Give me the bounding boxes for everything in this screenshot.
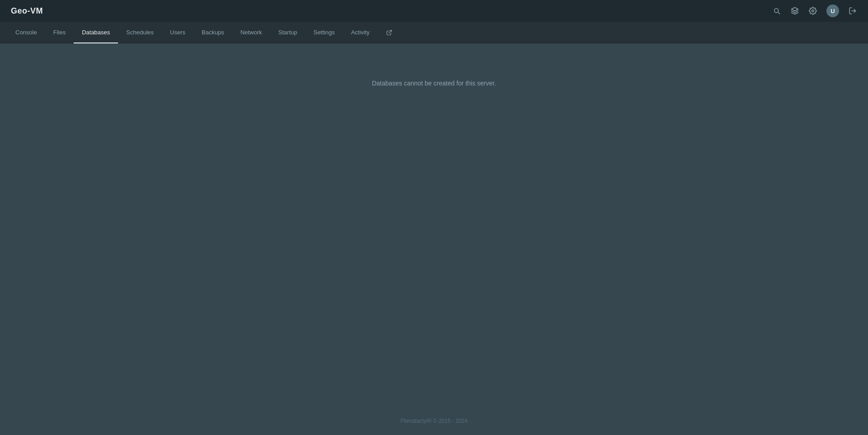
tab-network[interactable]: Network xyxy=(232,22,270,43)
header-icons: U xyxy=(772,5,857,17)
tab-users[interactable]: Users xyxy=(162,22,193,43)
app-title: Geo-VM xyxy=(11,6,43,16)
main-content: Databases cannot be created for this ser… xyxy=(0,43,868,435)
empty-message: Databases cannot be created for this ser… xyxy=(372,80,496,87)
copyright-text: Pterodactyl® © 2015 - 2024 xyxy=(401,418,467,424)
tab-databases[interactable]: Databases xyxy=(74,22,118,43)
tab-settings[interactable]: Settings xyxy=(305,22,343,43)
logout-icon[interactable] xyxy=(848,6,857,15)
tab-console[interactable]: Console xyxy=(7,22,45,43)
search-icon[interactable] xyxy=(772,6,781,15)
tab-schedules[interactable]: Schedules xyxy=(118,22,162,43)
tab-startup[interactable]: Startup xyxy=(270,22,306,43)
external-link-icon xyxy=(386,29,392,36)
gear-icon[interactable] xyxy=(808,6,817,15)
tab-activity[interactable]: Activity xyxy=(343,22,377,43)
tab-files[interactable]: Files xyxy=(45,22,74,43)
tab-backups[interactable]: Backups xyxy=(193,22,232,43)
tab-external-link[interactable] xyxy=(378,22,401,43)
header: Geo-VM U xyxy=(0,0,868,22)
footer: Pterodactyl® © 2015 - 2024 xyxy=(0,418,868,424)
layers-icon[interactable] xyxy=(790,6,799,15)
user-avatar[interactable]: U xyxy=(826,5,839,17)
nav-bar: Console Files Databases Schedules Users … xyxy=(0,22,868,43)
